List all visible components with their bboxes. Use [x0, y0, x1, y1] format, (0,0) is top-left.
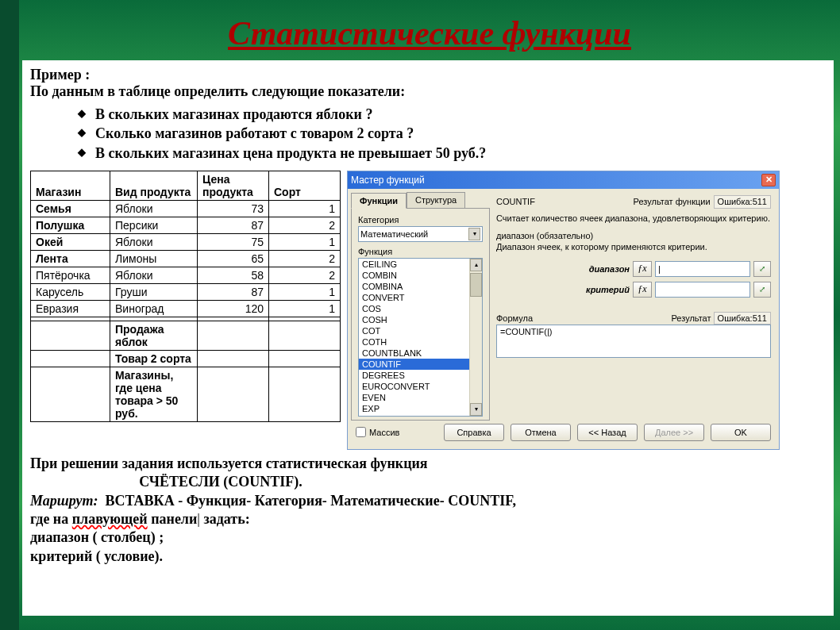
slide-title: Статистические функции — [19, 0, 840, 60]
bullet-item: В скольких магазинах продаются яблоки ? — [78, 105, 826, 124]
list-item[interactable]: COS — [359, 303, 482, 314]
param-criterion-label: критерий — [582, 285, 630, 294]
help-button[interactable]: Справка — [444, 424, 504, 441]
list-item[interactable]: FACT — [359, 414, 482, 417]
ok-button[interactable]: OK — [711, 424, 771, 441]
list-item[interactable]: EUROCONVERT — [359, 381, 482, 392]
col-product: Вид продукта — [110, 171, 198, 200]
col-price: Цена продукта — [198, 171, 269, 200]
dialog-titlebar[interactable]: Мастер функций ✕ — [348, 171, 779, 189]
tab-functions[interactable]: Функции — [351, 193, 407, 209]
scroll-down-icon[interactable]: ▾ — [470, 403, 482, 416]
category-label: Категория — [358, 215, 483, 225]
result2-field: Ошибка:511 — [714, 312, 771, 325]
col-store: Магазин — [31, 171, 110, 200]
list-item[interactable]: DEGREES — [359, 370, 482, 381]
result2-label: Результат — [671, 313, 711, 323]
close-icon[interactable]: ✕ — [761, 174, 776, 186]
shrink-icon[interactable]: ⤢ — [753, 282, 771, 298]
array-checkbox[interactable] — [356, 427, 366, 437]
content-area: Пример : По данным в таблице определить … — [22, 60, 834, 616]
list-item[interactable]: CONVERT — [359, 292, 482, 303]
list-item[interactable]: COSH — [359, 314, 482, 325]
scroll-thumb[interactable] — [470, 273, 482, 297]
example-head: Пример : — [30, 67, 826, 83]
range-input[interactable] — [655, 261, 750, 277]
result-field: Ошибка:511 — [714, 195, 771, 209]
example-intro: По данным в таблице определить следующие… — [30, 83, 826, 100]
bullet-item: В скольких магазинах цена продукта не пр… — [78, 144, 826, 163]
list-item[interactable]: COMBINA — [359, 281, 482, 292]
tab-structure[interactable]: Структура — [407, 192, 465, 208]
back-button[interactable]: << Назад — [577, 424, 638, 441]
function-wizard-dialog: Мастер функций ✕ Функции Структура Катег… — [347, 171, 780, 450]
category-select[interactable]: Математический ▾ — [358, 226, 483, 242]
formula-input[interactable]: =COUNTIF(|) — [496, 325, 771, 358]
footer-text: При решении задания используется статист… — [30, 455, 826, 566]
scroll-up-icon[interactable]: ▴ — [470, 259, 482, 271]
cancel-button[interactable]: Отмена — [511, 424, 571, 441]
chevron-down-icon: ▾ — [468, 228, 480, 240]
function-listbox[interactable]: CEILING COMBIN COMBINA CONVERT COS COSH … — [358, 258, 483, 417]
list-item[interactable]: CEILING — [359, 259, 482, 270]
list-item[interactable]: EVEN — [359, 392, 482, 403]
criterion-input[interactable] — [655, 282, 750, 298]
list-item[interactable]: COMBIN — [359, 270, 482, 281]
result-label: Результат функции — [634, 197, 711, 206]
list-item[interactable]: COT — [359, 325, 482, 336]
function-label: Функция — [358, 247, 483, 256]
list-item[interactable]: COUNTIF — [359, 359, 482, 370]
list-item[interactable]: COTH — [359, 336, 482, 348]
list-item[interactable]: EXP — [359, 403, 482, 414]
formula-label: Формула — [496, 313, 533, 323]
fx-button[interactable]: ƒx — [633, 282, 652, 298]
function-description: Считает количество ячеек диапазона, удов… — [496, 213, 771, 223]
bullet-list: В скольких магазинах продаются яблоки ? … — [78, 105, 826, 163]
scrollbar[interactable]: ▴ ▾ — [469, 259, 482, 416]
shrink-icon[interactable]: ⤢ — [753, 261, 771, 277]
list-item[interactable]: COUNTBLANK — [359, 348, 482, 359]
param-description: Диапазон ячеек, к которому применяются к… — [496, 242, 771, 252]
col-sort: Сорт — [269, 171, 341, 200]
bullet-item: Сколько магазинов работают с товаром 2 с… — [78, 124, 826, 143]
array-checkbox-label: Массив — [369, 428, 399, 437]
next-button[interactable]: Далее >> — [644, 424, 704, 441]
dialog-title: Мастер функций — [351, 175, 425, 186]
fx-button[interactable]: ƒx — [633, 261, 652, 277]
param-name-label: диапазон (обязательно) — [496, 231, 771, 240]
data-table: Магазин Вид продукта Цена продукта Сорт … — [30, 171, 341, 422]
param-range-label: диапазон — [582, 264, 630, 274]
function-name: COUNTIF — [496, 197, 535, 206]
